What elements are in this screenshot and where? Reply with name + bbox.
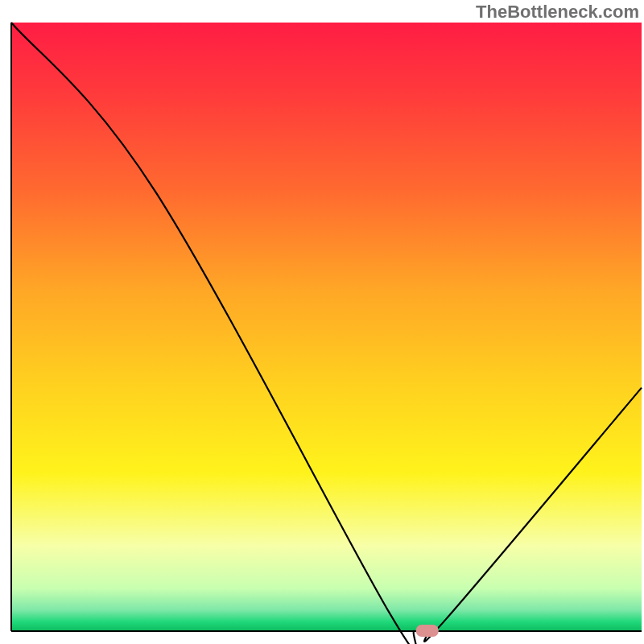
bottleneck-chart: TheBottleneck.com (0, 0, 644, 644)
watermark-text: TheBottleneck.com (476, 2, 639, 23)
chart-svg (0, 0, 644, 644)
optimal-marker (416, 625, 439, 637)
gradient-background (11, 23, 642, 631)
